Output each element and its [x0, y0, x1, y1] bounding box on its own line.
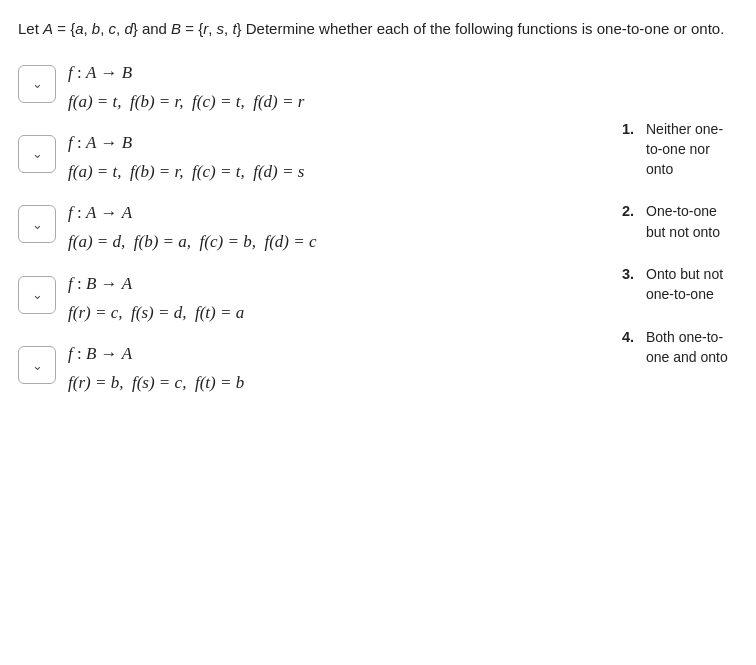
answer-number-3: 3.	[622, 264, 640, 285]
function-header-4: f : B → A	[68, 270, 244, 297]
function-content-3: f : A → A f(a) = d, f(b) = a, f(c) = b, …	[68, 199, 317, 255]
answer-item-4: 4. Both one-to-one and onto	[622, 327, 734, 368]
answer-number-4: 4.	[622, 327, 640, 348]
dropdown-button-5[interactable]: ⌄	[18, 346, 56, 384]
function-mapping-3: f(a) = d, f(b) = a, f(c) = b, f(d) = c	[68, 228, 317, 255]
chevron-down-icon-3: ⌄	[32, 217, 43, 232]
function-header-2: f : A → B	[68, 129, 304, 156]
dropdown-button-2[interactable]: ⌄	[18, 135, 56, 173]
function-block-1: ⌄ f : A → B f(a) = t, f(b) = r, f(c) = t…	[18, 59, 604, 115]
function-block-2: ⌄ f : A → B f(a) = t, f(b) = r, f(c) = t…	[18, 129, 604, 185]
function-block-5: ⌄ f : B → A f(r) = b, f(s) = c, f(t) = b	[18, 340, 604, 396]
dropdown-button-3[interactable]: ⌄	[18, 205, 56, 243]
answer-text-2: One-to-one but not onto	[646, 201, 734, 242]
main-layout: ⌄ f : A → B f(a) = t, f(b) = r, f(c) = t…	[18, 59, 734, 411]
answer-item-2: 2. One-to-one but not onto	[622, 201, 734, 242]
function-block-4: ⌄ f : B → A f(r) = c, f(s) = d, f(t) = a	[18, 270, 604, 326]
function-header-1: f : A → B	[68, 59, 304, 86]
function-content-1: f : A → B f(a) = t, f(b) = r, f(c) = t, …	[68, 59, 304, 115]
chevron-down-icon-4: ⌄	[32, 287, 43, 302]
answer-text-3: Onto but not one-to-one	[646, 264, 734, 305]
chevron-down-icon-2: ⌄	[32, 146, 43, 161]
functions-column: ⌄ f : A → B f(a) = t, f(b) = r, f(c) = t…	[18, 59, 604, 411]
intro-paragraph: Let A = {a, b, c, d} and B = {r, s, t} D…	[18, 18, 734, 41]
function-content-5: f : B → A f(r) = b, f(s) = c, f(t) = b	[68, 340, 244, 396]
function-mapping-4: f(r) = c, f(s) = d, f(t) = a	[68, 299, 244, 326]
answer-text-1: Neither one-to-one nor onto	[646, 119, 734, 180]
function-content-4: f : B → A f(r) = c, f(s) = d, f(t) = a	[68, 270, 244, 326]
answer-number-2: 2.	[622, 201, 640, 222]
answers-column: 1. Neither one-to-one nor onto 2. One-to…	[604, 59, 734, 411]
dropdown-button-1[interactable]: ⌄	[18, 65, 56, 103]
function-header-3: f : A → A	[68, 199, 317, 226]
answer-item-3: 3. Onto but not one-to-one	[622, 264, 734, 305]
function-block-3: ⌄ f : A → A f(a) = d, f(b) = a, f(c) = b…	[18, 199, 604, 255]
function-mapping-1: f(a) = t, f(b) = r, f(c) = t, f(d) = r	[68, 88, 304, 115]
answer-item-1: 1. Neither one-to-one nor onto	[622, 119, 734, 180]
function-mapping-2: f(a) = t, f(b) = r, f(c) = t, f(d) = s	[68, 158, 304, 185]
function-mapping-5: f(r) = b, f(s) = c, f(t) = b	[68, 369, 244, 396]
dropdown-button-4[interactable]: ⌄	[18, 276, 56, 314]
answer-number-1: 1.	[622, 119, 640, 140]
function-header-5: f : B → A	[68, 340, 244, 367]
function-content-2: f : A → B f(a) = t, f(b) = r, f(c) = t, …	[68, 129, 304, 185]
chevron-down-icon-5: ⌄	[32, 358, 43, 373]
chevron-down-icon-1: ⌄	[32, 76, 43, 91]
answer-text-4: Both one-to-one and onto	[646, 327, 734, 368]
